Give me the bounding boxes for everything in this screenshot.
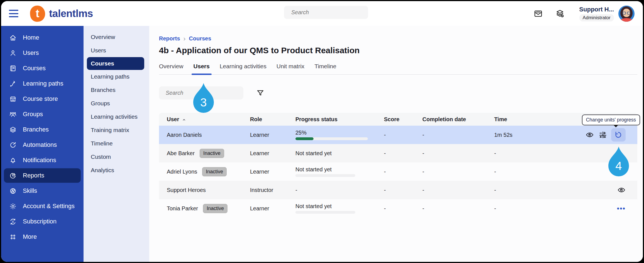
table-row-abe-barker[interactable]: Abe Barker Inactive Learner Not started … <box>159 144 637 162</box>
filter-icon[interactable] <box>256 89 265 97</box>
column-completion-date[interactable]: Completion date <box>422 116 494 123</box>
column-user[interactable]: User <box>159 116 250 123</box>
time-cell: - <box>494 205 584 212</box>
top-bar: t talentlms Support H... Administrator <box>1 1 643 26</box>
user-icon <box>9 49 17 57</box>
reports-sidebar-item-groups[interactable]: Groups <box>84 97 149 110</box>
row-actions: ••• <box>584 128 637 142</box>
book-icon <box>9 65 17 72</box>
user-role-badge: Administrator <box>579 14 614 21</box>
tab-learning-activities[interactable]: Learning activities <box>220 63 266 74</box>
sidebar-item-label: Account & Settings <box>23 203 75 210</box>
sidebar-item-automations[interactable]: Automations <box>4 138 81 152</box>
reports-sidebar-item-label: Branches <box>91 87 116 93</box>
reports-sidebar-item-branches[interactable]: Branches <box>84 83 149 97</box>
sidebar-item-home[interactable]: Home <box>4 30 81 45</box>
users-search[interactable] <box>159 86 243 99</box>
table-row-aaron-daniels[interactable]: Aaron Daniels Inactive Learner 25% - - 1… <box>159 126 637 144</box>
sidebar-item-more[interactable]: More <box>4 230 81 244</box>
sidebar-item-reports[interactable]: Reports <box>4 168 81 183</box>
inactive-badge: Inactive <box>203 204 227 213</box>
reports-sidebar-item-learning-activities[interactable]: Learning activities <box>84 110 149 123</box>
view-user-progress-icon[interactable] <box>617 186 626 194</box>
global-search-input[interactable] <box>291 9 366 16</box>
table-row-tonia-parker[interactable]: Tonia Parker Inactive Learner Not starte… <box>159 199 637 218</box>
reports-sidebar-item-learning-paths[interactable]: Learning paths <box>84 70 149 83</box>
tab-users[interactable]: Users <box>194 63 210 74</box>
sidebar-item-label: Learning paths <box>23 80 63 87</box>
user-name: Adriel Lyons <box>167 169 197 175</box>
reports-sidebar-item-custom[interactable]: Custom <box>84 150 149 164</box>
view-user-progress-icon[interactable] <box>586 131 594 139</box>
sidebar-item-groups[interactable]: Groups <box>4 107 81 121</box>
reports-sidebar-item-label: Analytics <box>91 167 114 174</box>
more-actions-icon[interactable]: ••• <box>617 204 626 213</box>
role-cell: Instructor <box>250 187 295 193</box>
sidebar-item-users[interactable]: Users <box>4 46 81 60</box>
user-name: Aaron Daniels <box>167 132 202 138</box>
column-progress-status[interactable]: Progress status <box>295 116 384 123</box>
store-icon <box>9 95 17 103</box>
sidebar-item-subscription[interactable]: $ Subscription <box>4 214 81 229</box>
breadcrumb-reports[interactable]: Reports <box>159 35 180 42</box>
completion-date-cell: - <box>422 187 494 193</box>
home-icon <box>9 34 17 42</box>
reports-sidebar-item-training-matrix[interactable]: Training matrix <box>84 123 149 137</box>
sidebar-item-label: Course store <box>23 95 58 103</box>
completion-date-cell: - <box>422 205 494 212</box>
reports-sidebar-item-timeline[interactable]: Timeline <box>84 137 149 150</box>
global-search[interactable] <box>284 6 368 19</box>
reset-progress-icon[interactable] <box>611 128 626 142</box>
progress-label: Not started yet <box>295 166 384 172</box>
score-cell: - <box>384 132 422 138</box>
reports-sidebar-item-analytics[interactable]: Analytics <box>84 164 149 177</box>
role-cell: Learner <box>250 132 295 138</box>
reports-sidebar-item-users[interactable]: Users <box>84 44 149 57</box>
sidebar-item-learning-paths[interactable]: Learning paths <box>4 76 81 91</box>
sidebar-item-branches[interactable]: Branches <box>4 122 81 137</box>
sidebar-item-account-settings[interactable]: Account & Settings <box>4 199 81 213</box>
stack-check-icon[interactable] <box>555 9 565 18</box>
reports-sidebar-item-label: Timeline <box>91 140 113 147</box>
reports-sidebar-item-courses[interactable]: Courses <box>87 57 144 70</box>
user-menu[interactable]: Support H... Administrator <box>579 6 614 21</box>
progress-bar <box>295 211 355 214</box>
users-search-input[interactable] <box>166 90 240 96</box>
messages-icon[interactable] <box>533 9 543 18</box>
breadcrumb-courses[interactable]: Courses <box>189 35 211 42</box>
progress-cell: 25% <box>295 130 384 140</box>
sidebar-item-label: Groups <box>23 111 43 118</box>
progress-cell: Not started yet <box>295 203 384 214</box>
hamburger-menu-icon[interactable] <box>9 10 18 17</box>
talentlms-logo[interactable]: t talentlms <box>30 6 93 22</box>
table-row-adriel-lyons[interactable]: Adriel Lyons Inactive Learner Not starte… <box>159 162 637 181</box>
time-cell: - <box>494 187 584 193</box>
column-role[interactable]: Role <box>250 116 295 123</box>
reports-sidebar: Overview Users Courses Learning paths Br… <box>84 26 149 262</box>
unit-scores-icon[interactable] <box>598 131 607 139</box>
progress-label: Not started yet <box>295 150 384 156</box>
sidebar-item-course-store[interactable]: Course store <box>4 92 81 106</box>
users-table: User Role Progress status Score Completi… <box>159 113 637 218</box>
tab-unit-matrix[interactable]: Unit matrix <box>276 63 304 74</box>
sidebar-item-skills[interactable]: Skills <box>4 184 81 198</box>
time-cell: 1m 52s <box>494 132 584 138</box>
sidebar-item-label: Automations <box>23 141 57 148</box>
time-cell: - <box>494 150 584 157</box>
avatar[interactable] <box>618 6 635 22</box>
progress-bar <box>295 174 355 177</box>
primary-sidebar: Home Users Courses Learning paths <box>1 26 84 262</box>
app-window: t talentlms Support H... Administrator <box>1 1 643 262</box>
reports-sidebar-item-overview[interactable]: Overview <box>84 30 149 44</box>
sidebar-item-label: Notifications <box>23 157 56 164</box>
tab-timeline[interactable]: Timeline <box>314 63 336 74</box>
column-time[interactable]: Time <box>494 116 584 123</box>
sidebar-item-courses[interactable]: Courses <box>4 61 81 76</box>
talentlms-logo-text: talentlms <box>49 8 93 20</box>
tab-overview[interactable]: Overview <box>159 63 183 74</box>
brain-icon <box>9 187 17 195</box>
sidebar-item-notifications[interactable]: Notifications <box>4 153 81 167</box>
column-score[interactable]: Score <box>384 116 422 123</box>
role-cell: Learner <box>250 169 295 175</box>
table-row-support-heroes[interactable]: Support Heroes Inactive Instructor - - -… <box>159 181 637 199</box>
